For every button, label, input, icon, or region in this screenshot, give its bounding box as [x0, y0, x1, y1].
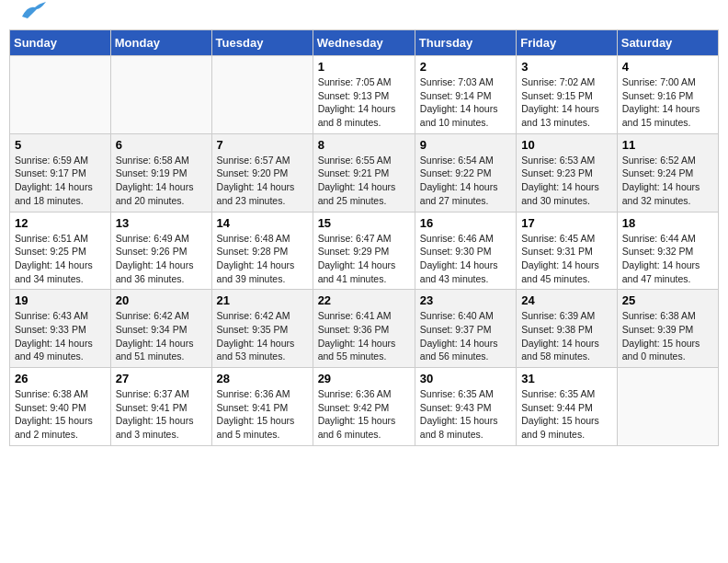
day-number: 19: [15, 293, 106, 307]
day-number: 13: [116, 216, 207, 230]
day-number: 14: [217, 216, 308, 230]
day-number: 2: [420, 60, 511, 74]
cell-info: Sunrise: 6:47 AM Sunset: 9:29 PM Dayligh…: [318, 232, 410, 286]
calendar-cell: 10Sunrise: 6:53 AM Sunset: 9:23 PM Dayli…: [517, 133, 618, 212]
cell-info: Sunrise: 6:35 AM Sunset: 9:43 PM Dayligh…: [420, 387, 511, 442]
calendar-cell: 2Sunrise: 7:03 AM Sunset: 9:14 PM Daylig…: [415, 56, 516, 134]
cell-info: Sunrise: 6:35 AM Sunset: 9:44 PM Dayligh…: [521, 387, 612, 442]
day-number: 20: [116, 293, 207, 307]
calendar-week-row: 12Sunrise: 6:51 AM Sunset: 9:25 PM Dayli…: [10, 212, 719, 290]
day-number: 21: [217, 293, 308, 307]
logo-bird-icon: [20, 0, 46, 20]
day-number: 1: [318, 60, 410, 74]
day-header-monday: Monday: [110, 30, 211, 56]
cell-info: Sunrise: 6:39 AM Sunset: 9:38 PM Dayligh…: [521, 309, 612, 363]
day-number: 11: [622, 138, 713, 152]
calendar-cell: [10, 56, 111, 134]
day-number: 28: [217, 372, 308, 385]
day-number: 8: [318, 138, 410, 152]
calendar-cell: 18Sunrise: 6:44 AM Sunset: 9:32 PM Dayli…: [617, 212, 718, 290]
cell-info: Sunrise: 6:42 AM Sunset: 9:34 PM Dayligh…: [116, 309, 207, 363]
cell-info: Sunrise: 6:59 AM Sunset: 9:17 PM Dayligh…: [15, 154, 106, 208]
cell-info: Sunrise: 6:57 AM Sunset: 9:20 PM Dayligh…: [217, 154, 308, 208]
day-header-thursday: Thursday: [415, 30, 516, 56]
calendar-cell: [617, 368, 718, 446]
cell-info: Sunrise: 6:49 AM Sunset: 9:26 PM Dayligh…: [116, 232, 207, 286]
cell-info: Sunrise: 7:00 AM Sunset: 9:16 PM Dayligh…: [622, 75, 713, 130]
day-header-saturday: Saturday: [617, 30, 718, 56]
calendar-cell: 24Sunrise: 6:39 AM Sunset: 9:38 PM Dayli…: [517, 290, 618, 368]
day-header-tuesday: Tuesday: [211, 30, 313, 56]
cell-info: Sunrise: 6:55 AM Sunset: 9:21 PM Dayligh…: [318, 154, 410, 208]
calendar-cell: 30Sunrise: 6:35 AM Sunset: 9:43 PM Dayli…: [415, 368, 516, 446]
cell-info: Sunrise: 6:52 AM Sunset: 9:24 PM Dayligh…: [622, 154, 713, 208]
day-number: 30: [420, 372, 511, 385]
calendar-cell: 9Sunrise: 6:54 AM Sunset: 9:22 PM Daylig…: [415, 133, 516, 212]
day-number: 7: [217, 138, 308, 152]
calendar-header-row: SundayMondayTuesdayWednesdayThursdayFrid…: [10, 30, 719, 56]
day-number: 29: [318, 372, 410, 385]
calendar-cell: 5Sunrise: 6:59 AM Sunset: 9:17 PM Daylig…: [10, 133, 111, 212]
calendar-table: SundayMondayTuesdayWednesdayThursdayFrid…: [9, 29, 719, 446]
cell-info: Sunrise: 6:37 AM Sunset: 9:41 PM Dayligh…: [116, 387, 207, 442]
cell-info: Sunrise: 6:40 AM Sunset: 9:37 PM Dayligh…: [420, 309, 511, 363]
calendar-cell: 20Sunrise: 6:42 AM Sunset: 9:34 PM Dayli…: [110, 290, 211, 368]
day-number: 18: [622, 216, 713, 230]
cell-info: Sunrise: 6:36 AM Sunset: 9:42 PM Dayligh…: [318, 387, 410, 442]
day-number: 10: [521, 138, 612, 152]
calendar-cell: 1Sunrise: 7:05 AM Sunset: 9:13 PM Daylig…: [313, 56, 415, 134]
cell-info: Sunrise: 6:45 AM Sunset: 9:31 PM Dayligh…: [521, 232, 612, 286]
calendar-cell: [110, 56, 211, 134]
day-number: 24: [521, 293, 612, 307]
day-number: 27: [116, 372, 207, 385]
calendar-cell: 31Sunrise: 6:35 AM Sunset: 9:44 PM Dayli…: [517, 368, 618, 446]
calendar-cell: 25Sunrise: 6:38 AM Sunset: 9:39 PM Dayli…: [617, 290, 718, 368]
day-number: 23: [420, 293, 511, 307]
day-number: 26: [15, 372, 106, 385]
calendar-cell: 17Sunrise: 6:45 AM Sunset: 9:31 PM Dayli…: [517, 212, 618, 290]
cell-info: Sunrise: 6:51 AM Sunset: 9:25 PM Dayligh…: [15, 232, 106, 286]
day-number: 3: [521, 60, 612, 74]
calendar-cell: 7Sunrise: 6:57 AM Sunset: 9:20 PM Daylig…: [211, 133, 313, 212]
calendar-cell: 6Sunrise: 6:58 AM Sunset: 9:19 PM Daylig…: [110, 133, 211, 212]
calendar-cell: 4Sunrise: 7:00 AM Sunset: 9:16 PM Daylig…: [617, 56, 718, 134]
day-number: 25: [622, 293, 713, 307]
day-number: 4: [622, 60, 713, 74]
day-header-sunday: Sunday: [10, 30, 111, 56]
day-number: 16: [420, 216, 511, 230]
cell-info: Sunrise: 6:38 AM Sunset: 9:40 PM Dayligh…: [15, 387, 106, 442]
page-header: [9, 9, 719, 24]
calendar-cell: 14Sunrise: 6:48 AM Sunset: 9:28 PM Dayli…: [211, 212, 313, 290]
calendar-week-row: 5Sunrise: 6:59 AM Sunset: 9:17 PM Daylig…: [10, 133, 719, 212]
calendar-cell: 19Sunrise: 6:43 AM Sunset: 9:33 PM Dayli…: [10, 290, 111, 368]
calendar-cell: 13Sunrise: 6:49 AM Sunset: 9:26 PM Dayli…: [110, 212, 211, 290]
day-header-friday: Friday: [517, 30, 618, 56]
logo: [18, 17, 46, 20]
cell-info: Sunrise: 6:54 AM Sunset: 9:22 PM Dayligh…: [420, 154, 511, 208]
day-number: 9: [420, 138, 511, 152]
calendar-cell: 12Sunrise: 6:51 AM Sunset: 9:25 PM Dayli…: [10, 212, 111, 290]
cell-info: Sunrise: 6:43 AM Sunset: 9:33 PM Dayligh…: [15, 309, 106, 363]
cell-info: Sunrise: 7:02 AM Sunset: 9:15 PM Dayligh…: [521, 75, 612, 130]
cell-info: Sunrise: 6:42 AM Sunset: 9:35 PM Dayligh…: [217, 309, 308, 363]
calendar-body: 1Sunrise: 7:05 AM Sunset: 9:13 PM Daylig…: [10, 56, 719, 446]
cell-info: Sunrise: 7:05 AM Sunset: 9:13 PM Dayligh…: [318, 75, 410, 130]
cell-info: Sunrise: 6:46 AM Sunset: 9:30 PM Dayligh…: [420, 232, 511, 286]
calendar-cell: 15Sunrise: 6:47 AM Sunset: 9:29 PM Dayli…: [313, 212, 415, 290]
calendar-cell: 11Sunrise: 6:52 AM Sunset: 9:24 PM Dayli…: [617, 133, 718, 212]
calendar-cell: 22Sunrise: 6:41 AM Sunset: 9:36 PM Dayli…: [313, 290, 415, 368]
cell-info: Sunrise: 6:48 AM Sunset: 9:28 PM Dayligh…: [217, 232, 308, 286]
calendar-cell: [211, 56, 313, 134]
calendar-cell: 27Sunrise: 6:37 AM Sunset: 9:41 PM Dayli…: [110, 368, 211, 446]
calendar-week-row: 19Sunrise: 6:43 AM Sunset: 9:33 PM Dayli…: [10, 290, 719, 368]
cell-info: Sunrise: 6:53 AM Sunset: 9:23 PM Dayligh…: [521, 154, 612, 208]
day-number: 12: [15, 216, 106, 230]
cell-info: Sunrise: 6:36 AM Sunset: 9:41 PM Dayligh…: [217, 387, 308, 442]
calendar-cell: 16Sunrise: 6:46 AM Sunset: 9:30 PM Dayli…: [415, 212, 516, 290]
calendar-cell: 29Sunrise: 6:36 AM Sunset: 9:42 PM Dayli…: [313, 368, 415, 446]
calendar-cell: 21Sunrise: 6:42 AM Sunset: 9:35 PM Dayli…: [211, 290, 313, 368]
day-number: 31: [521, 372, 612, 385]
day-number: 17: [521, 216, 612, 230]
calendar-cell: 23Sunrise: 6:40 AM Sunset: 9:37 PM Dayli…: [415, 290, 516, 368]
calendar-cell: 8Sunrise: 6:55 AM Sunset: 9:21 PM Daylig…: [313, 133, 415, 212]
